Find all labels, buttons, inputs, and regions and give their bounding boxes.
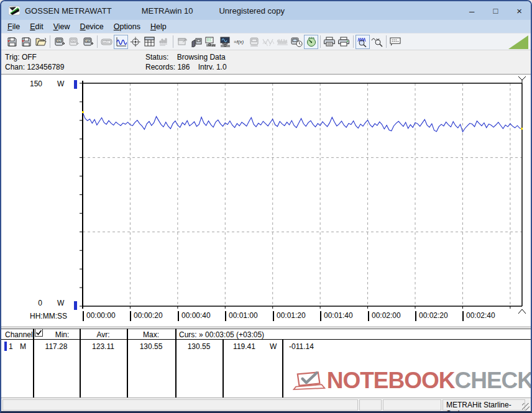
- interval-label: Intrv.: [198, 63, 214, 71]
- wave-analog-icon[interactable]: [261, 35, 275, 49]
- maximize-button[interactable]: □: [493, 6, 498, 16]
- cell-max: 130.55: [127, 342, 175, 351]
- export-window-icon[interactable]: [175, 35, 190, 49]
- power-trend-chart[interactable]: [1, 75, 531, 327]
- live-meter-icon[interactable]: [304, 35, 318, 49]
- menu-edit[interactable]: Edit: [25, 21, 48, 32]
- resize-corner-triangle: [508, 35, 528, 49]
- meter-clock-icon[interactable]: [290, 35, 304, 49]
- menu-help[interactable]: Help: [145, 21, 172, 32]
- y-axis-max-label: 150: [22, 79, 42, 88]
- disconnect-device-32-icon[interactable]: 32: [66, 35, 81, 49]
- status-value: Browsing Data: [177, 53, 226, 61]
- cell-cursor-unit: W: [270, 342, 277, 351]
- save-as-icon[interactable]: [19, 35, 34, 49]
- chan-label: Chan:: [5, 62, 25, 72]
- x-tick-0: 00:00:00: [83, 311, 116, 321]
- menu-options[interactable]: Options: [109, 21, 145, 32]
- display-1257-icon[interactable]: 1257: [99, 35, 114, 49]
- title-license: Unregistered copy: [219, 6, 285, 16]
- y-axis-unit-bottom: W: [57, 299, 64, 307]
- cell-delta: -011.14: [289, 342, 314, 351]
- chan-value: 123456789: [27, 63, 64, 71]
- monitor-setup-icon[interactable]: [218, 35, 232, 49]
- records-label: Records:: [145, 62, 175, 72]
- status-label: Status:: [145, 52, 168, 62]
- svg-text:=f(x): =f(x): [234, 39, 244, 45]
- device-name: METRAHit Starline-Seri: [446, 401, 511, 413]
- cell-cursor1: 130.55: [175, 342, 222, 351]
- print-setup-icon[interactable]: [337, 35, 351, 49]
- watermark-text-primary: NOTEBOOK: [327, 368, 455, 393]
- svg-text:32: 32: [57, 39, 61, 42]
- header-max: Max:: [127, 330, 175, 339]
- header-min: Min:: [45, 330, 80, 339]
- title-brand: GOSSEN METRAWATT: [25, 6, 112, 16]
- toolbar: 32 32 M 1257: [1, 33, 531, 50]
- svg-text:1257: 1257: [103, 40, 110, 43]
- print-icon[interactable]: [323, 35, 337, 49]
- x-tick-3: 00:01:00: [225, 311, 258, 321]
- zoom-cursor-icon[interactable]: [370, 35, 384, 49]
- x-tick-2: 00:00:40: [178, 311, 211, 321]
- cell-avr: 123.11: [80, 342, 127, 351]
- menu-device[interactable]: Device: [75, 21, 109, 32]
- app-logo-icon: [9, 5, 20, 16]
- metrawin-window: GOSSEN METRAWATT METRAwin 10 Unregistere…: [0, 0, 532, 413]
- x-axis-label: HH:MM:SS: [30, 312, 67, 320]
- zoom-signal-icon[interactable]: [355, 35, 370, 49]
- x-tick-7: 00:02:20: [415, 311, 448, 321]
- channel-checkbox[interactable]: [35, 329, 43, 337]
- header-avr: Avr:: [80, 330, 127, 339]
- cell-channel: 1: [9, 342, 13, 351]
- save-icon[interactable]: [5, 35, 19, 49]
- x-tick-1: 00:00:20: [130, 311, 163, 321]
- notebookcheck-watermark: NOTEBOOKCHECK: [292, 359, 532, 402]
- trig-value: OFF: [22, 53, 37, 61]
- resize-grip[interactable]: [522, 403, 530, 411]
- view-chart-icon[interactable]: [114, 35, 128, 49]
- trig-label: Trig:: [5, 52, 20, 62]
- annotation-icon[interactable]: [388, 35, 403, 49]
- close-button[interactable]: ×: [516, 6, 522, 16]
- y-axis-min-label: 0: [22, 299, 42, 307]
- channel-list-setup-icon[interactable]: [204, 35, 218, 49]
- cell-cursor2: 119.41: [222, 342, 266, 351]
- x-tick-5: 00:01:40: [320, 311, 353, 321]
- x-tick-4: 00:01:20: [273, 311, 306, 321]
- title-app: METRAwin 10: [142, 6, 193, 16]
- read-device-32-icon[interactable]: 32: [52, 35, 66, 49]
- wave-noise-icon[interactable]: [275, 35, 290, 49]
- chart-panel[interactable]: 150 W 0 W HH:MM:SS 00:00:00 00:00:20 00:…: [1, 74, 531, 327]
- checkmark-icon: [35, 329, 42, 336]
- cell-mode: M: [20, 342, 26, 351]
- view-table-icon[interactable]: [142, 35, 157, 49]
- interval-value: 1.0: [216, 63, 227, 71]
- view-histogram-icon[interactable]: [157, 35, 171, 49]
- monitor-store-icon[interactable]: [190, 35, 204, 49]
- minimize-button[interactable]: –: [469, 6, 474, 16]
- y-axis-unit-top: W: [57, 79, 64, 88]
- menu-bar: File Edit View Device Options Help: [1, 20, 531, 33]
- formula-fx-icon[interactable]: =f(x): [232, 35, 247, 49]
- x-tick-8: 00:02:40: [462, 311, 495, 321]
- view-cursor-target-icon[interactable]: [128, 35, 142, 49]
- svg-text:M: M: [86, 39, 89, 42]
- records-value: 186: [177, 63, 190, 71]
- channel-color-bar: [4, 342, 7, 351]
- cell-min: 117.28: [33, 342, 80, 351]
- menu-file[interactable]: File: [2, 21, 25, 32]
- notebookcheck-laptop-icon: [292, 360, 326, 402]
- read-device-m-icon[interactable]: M: [81, 35, 95, 49]
- header-cursor: Curs: » 00:03:05 (+03:05): [179, 330, 264, 339]
- watermark-text-secondary: CHECK: [454, 368, 532, 393]
- x-tick-6: 00:02:00: [368, 311, 401, 321]
- menu-view[interactable]: View: [48, 21, 75, 32]
- header-channel: Channel:: [5, 330, 35, 339]
- title-bar: GOSSEN METRAWATT METRAwin 10 Unregistere…: [1, 1, 531, 20]
- device-display-icon[interactable]: [247, 35, 261, 49]
- svg-text:32: 32: [71, 39, 75, 42]
- open-file-icon[interactable]: [34, 35, 48, 49]
- acquisition-info-panel: Trig: OFF Chan: 123456789 Status: Browsi…: [1, 50, 531, 74]
